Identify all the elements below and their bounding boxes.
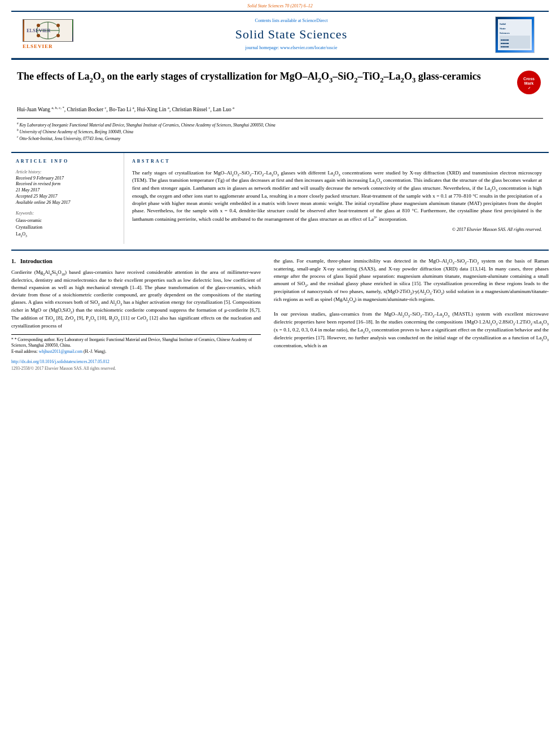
section-number: 1. [11,258,16,264]
received-date: Received 9 February 2017 [16,176,117,182]
svg-text:Solid: Solid [500,23,506,25]
journal-citation: Solid State Sciences 70 (2017) 6–12 [247,3,312,8]
article-info-col: ARTICLE INFO Article history: Received 9… [11,153,124,244]
elsevier-logo-image: ELSEVIER [23,19,73,42]
doi-link: http://dx.doi.org/10.1016/j.solidstatesc… [11,359,261,365]
affiliations: a Key Laboratory of Inorganic Functional… [17,118,543,142]
svg-text:Cross: Cross [523,77,535,81]
article-title-section: The effects of La2O3 on the early stages… [0,60,560,101]
authors-section: Hui-Juan Wang a, b, c, *, Christian Bock… [0,101,560,146]
copyright-line: © 2017 Elsevier Masson SAS. All rights r… [132,227,542,233]
affiliation-a: a Key Laboratory of Inorganic Functional… [17,121,543,128]
journal-header: ELSEVIER ELSEVIER Contents lists availab… [11,11,549,58]
svg-point-4 [37,24,40,27]
small-logo-area: Solid State Sciences ■■■■■■ ■■■■■■ ■■■■■… [492,16,537,53]
email-link[interactable]: whjhust2011@gmail.com [39,349,82,354]
homepage-url[interactable]: www.elsevier.com/locate/ssscie [280,45,337,50]
affiliation-c: c Otto-Schott-Institut, Jena University,… [17,135,543,142]
journal-name: Solid State Sciences [90,26,492,43]
body-left-col: 1. Introduction Cordierite (Mg2Al4Si5O18… [11,257,271,372]
article-info-label: ARTICLE INFO [16,159,117,165]
article-title: The effects of La2O3 on the early stages… [17,70,506,85]
online-date: Available online 26 May 2017 [16,200,117,206]
crossmark-icon: Cross Mark ✓ [517,71,541,94]
body-section: 1. Introduction Cordierite (Mg2Al4Si5O18… [11,250,549,372]
corresponding-footnote: * * Corresponding author. Key Laboratory… [11,337,261,349]
body-two-col: 1. Introduction Cordierite (Mg2Al4Si5O18… [11,251,549,372]
svg-point-5 [56,24,60,27]
keywords-list: Glass-ceramicCrystallizationLa2O3 [16,217,117,238]
revised-label: Received in revised form [16,181,117,187]
sciencedirect-label[interactable]: ScienceDirect [303,18,328,23]
email-footnote: E-mail address: whjhust2011@gmail.com (H… [11,349,261,355]
svg-text:■■■■■■: ■■■■■■ [501,45,509,48]
svg-point-6 [37,34,40,37]
intro-paragraph3: In our previous studies, glass-ceramics … [274,311,549,350]
affiliation-b: b University of Chinese Academy of Scien… [17,128,543,135]
svg-point-7 [56,34,60,37]
revised-date: 21 May 2017 [16,187,117,194]
svg-text:■■■■■■: ■■■■■■ [501,42,509,45]
homepage-link: journal homepage: www.elsevier.com/locat… [90,45,492,51]
accepted-date: Accepted 25 May 2017 [16,194,117,200]
svg-text:✓: ✓ [528,86,531,90]
elsevier-text-label: ELSEVIER [23,43,53,50]
journal-title-area: Contents lists available at ScienceDirec… [90,18,492,51]
article-title-text: The effects of La2O3 on the early stages… [17,70,506,87]
svg-text:State: State [500,27,506,30]
intro-paragraph1: Cordierite (Mg2Al4Si5O18) based glass-ce… [11,269,261,330]
footnote-section: * * Corresponding author. Key Laboratory… [11,334,261,355]
intro-section-title: 1. Introduction [11,257,261,265]
authors-line: Hui-Juan Wang a, b, c, *, Christian Bock… [17,106,543,113]
page: Solid State Sciences 70 (2017) 6–12 ELSE… [0,0,560,747]
abstract-label: ABSTRACT [132,159,542,165]
abstract-col: ABSTRACT The early stages of crystalliza… [124,153,549,244]
section-title-text: Introduction [20,258,53,264]
elsevier-logo: ELSEVIER ELSEVIER [23,19,79,50]
crossmark-logo[interactable]: Cross Mark ✓ [515,70,543,95]
info-abstract-section: ARTICLE INFO Article history: Received 9… [11,152,549,244]
journal-top-bar: Solid State Sciences 70 (2017) 6–12 [0,0,560,11]
keywords-label: Keywords: [16,211,117,216]
abstract-text: The early stages of crystallization for … [132,169,542,224]
article-history: Article history: Received 9 February 201… [16,169,117,206]
svg-text:Sciences: Sciences [500,32,510,34]
history-label: Article history: [16,169,117,175]
intro-paragraph2: the glass. For example, three-phase immi… [274,257,549,304]
sciencedirect-link: Contents lists available at ScienceDirec… [90,18,492,24]
body-right-col: the glass. For example, three-phase immi… [271,257,549,372]
svg-text:Mark: Mark [524,81,533,85]
elsevier-logo-area: ELSEVIER ELSEVIER [23,19,90,50]
svg-text:■■■■■■: ■■■■■■ [501,38,509,41]
svg-text:ELSEVIER: ELSEVIER [27,28,51,33]
issn-copyright: 1293-2558/© 2017 Elsevier Masson SAS. Al… [11,366,261,372]
doi-url[interactable]: http://dx.doi.org/10.1016/j.solidstatesc… [11,359,110,364]
keywords-section: Keywords: Glass-ceramicCrystallizationLa… [16,211,117,238]
small-logo-box: Solid State Sciences ■■■■■■ ■■■■■■ ■■■■■… [495,16,535,53]
